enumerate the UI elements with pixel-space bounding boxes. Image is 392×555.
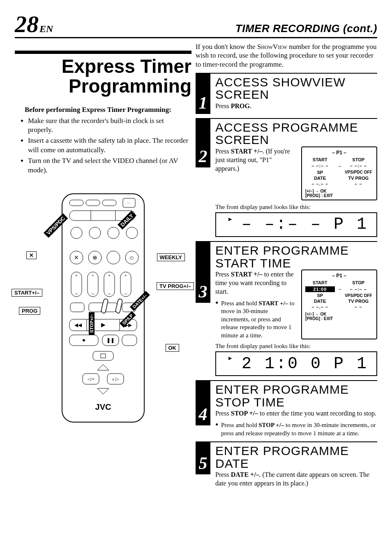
right-column: If you don't know the ShowView number fo… [196, 42, 377, 488]
svg-text:+: + [75, 273, 78, 279]
panel-label: The front display panel looks like this: [215, 343, 377, 350]
step-sub: Press and hold STOP +/– to move in 30-mi… [215, 421, 377, 437]
svg-text:± ▷: ± ▷ [112, 376, 120, 381]
remote-tag-tvprog: TV PROG+/– [157, 282, 194, 290]
step-title: ENTER PROGRAMME STOP TIME [215, 383, 377, 409]
panel-label: The front display panel looks like this: [215, 204, 377, 211]
svg-text:–: – [75, 290, 78, 297]
svg-text:◀◀: ◀◀ [74, 322, 82, 328]
section-title: TIMER RECORDING (cont.) [235, 22, 377, 35]
svg-text:–: – [124, 290, 128, 297]
step-desc: Press DATE +/–. (The current date appear… [215, 471, 377, 488]
lcd-value: 2 1:0 0 P 1 [242, 355, 368, 373]
page-number-value: 28 [15, 11, 39, 37]
svg-text:⊗: ⊗ [92, 255, 97, 261]
before-item: Make sure that the recorder's built-in c… [28, 116, 190, 135]
svg-marker-49 [97, 388, 109, 394]
step-number: 1 [196, 73, 210, 114]
lcd-value: – –:– – P 1 [242, 215, 368, 234]
svg-point-9 [71, 227, 82, 239]
svg-text:●: ● [82, 337, 85, 343]
step-sub: Press and hold START +/– to move in 30-m… [215, 300, 297, 340]
step-3: 3 ENTER PROGRAMME START TIME Press START… [196, 241, 377, 376]
svg-text:+: + [125, 273, 127, 279]
osd-hdr: – P1 – [305, 150, 373, 156]
step-1: 1 ACCESS SHOWVIEW SCREEN Press PROG. [196, 73, 377, 114]
remote-tag-cancel-icon: ✕ [26, 251, 37, 259]
step-number: 3 [196, 241, 210, 303]
osd-hdr: – P1 – [305, 273, 373, 279]
before-title: Before performing Express Timer Programm… [25, 105, 190, 115]
intro-showview: ShowView [257, 43, 287, 51]
svg-text:▶: ▶ [101, 322, 106, 328]
svg-rect-1 [69, 200, 83, 206]
svg-text:+: + [108, 273, 111, 279]
play-icon: ▶ [228, 216, 233, 223]
step-desc: Press START +/– to enter the time you wa… [215, 270, 297, 296]
remote-illustration: ⋯ ✕ ⊗ ⏲ [15, 192, 191, 447]
svg-text:JVC: JVC [95, 402, 111, 411]
svg-text:+: + [92, 273, 95, 279]
svg-rect-46 [93, 351, 113, 360]
step-number: 5 [196, 441, 210, 474]
page-number: 28EN [15, 12, 53, 36]
svg-rect-3 [102, 200, 116, 206]
remote-tag-prog: PROG [19, 307, 40, 315]
step-desc: Press STOP +/– to enter the time you wan… [215, 409, 377, 418]
left-column: Express Timer Programming Before perform… [15, 42, 196, 488]
svg-text:❚❚: ❚❚ [106, 337, 115, 343]
step-5: 5 ENTER PROGRAMME DATE Press DATE +/–. (… [196, 441, 377, 488]
lcd-panel: ▶ 2 1:0 0 P 1 [215, 351, 377, 376]
osd-screen: – P1 – STARTSTOP – –:– –→– –:– – SPVPS/P… [301, 146, 377, 200]
svg-rect-45 [122, 335, 137, 346]
lcd-panel: ▶ – –:– – P 1 [215, 212, 377, 237]
before-item: Turn on the TV and select the VIDEO chan… [28, 156, 190, 175]
before-box: Before performing Express Timer Programm… [15, 105, 191, 176]
svg-point-10 [89, 227, 101, 239]
play-icon: ▶ [228, 355, 233, 362]
svg-point-11 [108, 227, 119, 239]
svg-text:✕: ✕ [74, 255, 79, 261]
remote-tag-ok: OK [166, 344, 180, 352]
step-title: ACCESS PROGRAMME SCREEN [215, 121, 377, 146]
remote-tag-stop: STOP+/– [89, 312, 95, 335]
page-lang: EN [39, 23, 53, 34]
svg-text:◁ ≡: ◁ ≡ [88, 376, 95, 381]
before-item: Insert a cassette with the safety tab in… [28, 136, 190, 155]
page-header: 28EN TIMER RECORDING (cont.) [15, 12, 377, 38]
svg-marker-48 [97, 365, 109, 370]
intro-pre: If you don't know the [196, 43, 257, 51]
osd-screen: – P1 – STARTSTOP 21:00→– –:– – SPVPS/PDC… [301, 269, 377, 339]
svg-text:⏲: ⏲ [129, 255, 134, 261]
remote-tag-weekly: WEEKLY [157, 253, 185, 261]
svg-text:⋯: ⋯ [127, 201, 131, 205]
step-number: 4 [196, 380, 210, 425]
svg-point-17 [107, 251, 120, 264]
remote-tag-start: START+/– [12, 289, 42, 297]
step-2: 2 ACCESS PROGRAMME SCREEN Press START +/… [196, 118, 377, 237]
svg-rect-2 [86, 200, 100, 206]
svg-text:–: – [91, 290, 95, 297]
step-desc: Press START +/–. (If you're just startin… [215, 147, 297, 173]
step-desc: Press PROG. [215, 102, 377, 111]
svg-rect-32 [70, 303, 84, 312]
step-4: 4 ENTER PROGRAMME STOP TIME Press STOP +… [196, 380, 377, 437]
step-title: ENTER PROGRAMME DATE [215, 445, 377, 470]
svg-point-12 [126, 227, 138, 239]
step-title: ACCESS SHOWVIEW SCREEN [215, 76, 377, 101]
step-number: 2 [196, 118, 210, 167]
step-title: ENTER PROGRAMME START TIME [215, 244, 377, 269]
intro-text: If you don't know the ShowView number fo… [196, 42, 377, 69]
main-heading: Express Timer Programming [15, 51, 191, 96]
svg-rect-47 [101, 354, 106, 358]
svg-text:–: – [108, 290, 111, 297]
